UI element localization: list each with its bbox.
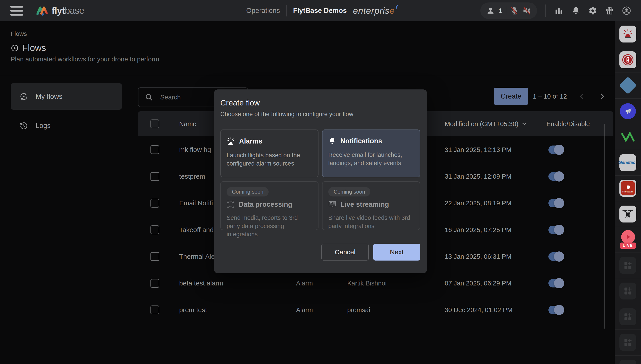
cancel-button[interactable]: Cancel (322, 244, 369, 260)
live-caption: LIVE (620, 242, 636, 249)
rail-app-siren[interactable] (615, 21, 641, 47)
account-avatar-icon[interactable] (622, 6, 632, 16)
option-description: Launch flights based on the configured a… (226, 151, 305, 168)
dialog-actions: Cancel Next (322, 244, 420, 260)
flytbase-logo-icon (36, 5, 48, 16)
dialog-title: Create flow (220, 90, 421, 107)
option-card-alarms[interactable]: Alarms Launch flights based on the confi… (220, 130, 318, 177)
live-app-icon: LIVE (619, 230, 637, 249)
rail-app-placeholder-3[interactable] (615, 304, 641, 330)
option-description: Share live video feeds with 3rd party in… (328, 214, 411, 230)
option-title: Alarms (239, 137, 262, 145)
diamond-app-icon (619, 77, 636, 94)
gift-icon[interactable] (604, 6, 615, 16)
rail-app-traffic-light[interactable] (615, 47, 641, 73)
traffic-light-app-icon (622, 54, 634, 66)
genetec-logo: Genetec™ (618, 160, 638, 165)
rail-app-placeholder-5[interactable] (615, 356, 641, 364)
option-description: Receive email for launches, landings, an… (328, 151, 407, 167)
session-count: 1 (498, 7, 502, 14)
rail-app-navigation[interactable] (615, 98, 641, 124)
enterprise-badge: enterprise (353, 6, 395, 16)
user-icon (486, 6, 495, 15)
topbar-actions: 1 (480, 2, 632, 19)
rail-app-green-logo[interactable] (615, 124, 641, 150)
drone-app-icon (622, 209, 634, 220)
add-app-icon (623, 260, 633, 270)
coming-soon-badge: Coming soon (226, 187, 269, 196)
dialog-subtitle: Choose one of the following to configure… (220, 111, 353, 118)
menu-icon[interactable] (10, 6, 23, 16)
mic-muted-icon[interactable] (510, 6, 519, 15)
operations-label[interactable]: Operations (246, 7, 280, 15)
option-card-notifications[interactable]: Notifications Receive email for launches… (322, 130, 420, 177)
flytbase-logo: flytbase (36, 5, 84, 16)
rail-app-placeholder-4[interactable] (615, 330, 641, 356)
sound-muted-icon[interactable] (522, 6, 531, 15)
bell-icon (328, 137, 336, 145)
flow-options-grid: Alarms Launch flights based on the confi… (220, 130, 420, 230)
rail-app-placeholder-2[interactable] (615, 278, 641, 304)
paper-plane-icon (624, 107, 632, 116)
brand-wordmark: flytbase (52, 5, 84, 16)
session-pill[interactable]: 1 (480, 2, 537, 19)
green-logo-icon (621, 132, 635, 142)
app-rail: Genetec™ Fire alarm LIVE (615, 21, 641, 364)
live-streaming-icon (328, 200, 336, 208)
top-nav-bar: flytbase Operations FlytBase Demos enter… (0, 0, 641, 21)
next-button[interactable]: Next (373, 244, 420, 260)
rail-app-placeholder-1[interactable] (615, 253, 641, 278)
rail-app-drone[interactable] (615, 201, 641, 227)
notifications-bell-icon[interactable] (571, 6, 581, 16)
siren-app-icon (622, 28, 634, 40)
data-processing-icon (226, 200, 234, 208)
topbar-divider (545, 4, 546, 17)
option-title: Live streaming (340, 200, 389, 208)
settings-gear-icon[interactable] (588, 6, 598, 16)
add-app-icon (623, 338, 633, 347)
option-title: Data processing (238, 200, 292, 208)
coming-soon-badge: Coming soon (328, 187, 370, 196)
fire-alarm-app-icon: Fire alarm (621, 181, 635, 195)
rail-app-live[interactable]: LIVE (615, 227, 641, 253)
add-app-icon (623, 312, 633, 322)
pill-divider (506, 6, 506, 15)
organization-name[interactable]: FlytBase Demos (293, 7, 347, 15)
siren-icon (226, 137, 235, 146)
flytbase-app: flytbase Operations FlytBase Demos enter… (0, 0, 641, 364)
rail-app-genetec[interactable]: Genetec™ (615, 150, 641, 176)
stats-icon[interactable] (554, 6, 564, 16)
topbar-context: Operations FlytBase Demos enterprise (246, 0, 395, 21)
rail-app-fire-alarm[interactable]: Fire alarm (615, 176, 641, 201)
option-card-live-streaming: Coming soon Live streaming Share live vi… (322, 181, 420, 230)
create-flow-dialog: Create flow Choose one of the following … (214, 90, 427, 273)
enterprise-arrow-icon (394, 4, 398, 9)
option-card-data-processing: Coming soon Data processing Send media, … (220, 181, 318, 230)
option-title: Notifications (340, 137, 382, 145)
rail-app-diamond[interactable] (615, 73, 641, 98)
option-description: Send media, reports to 3rd party data pr… (226, 214, 309, 238)
context-divider (286, 5, 287, 16)
fire-alarm-caption: Fire alarm (622, 190, 634, 193)
add-app-icon (623, 286, 633, 296)
